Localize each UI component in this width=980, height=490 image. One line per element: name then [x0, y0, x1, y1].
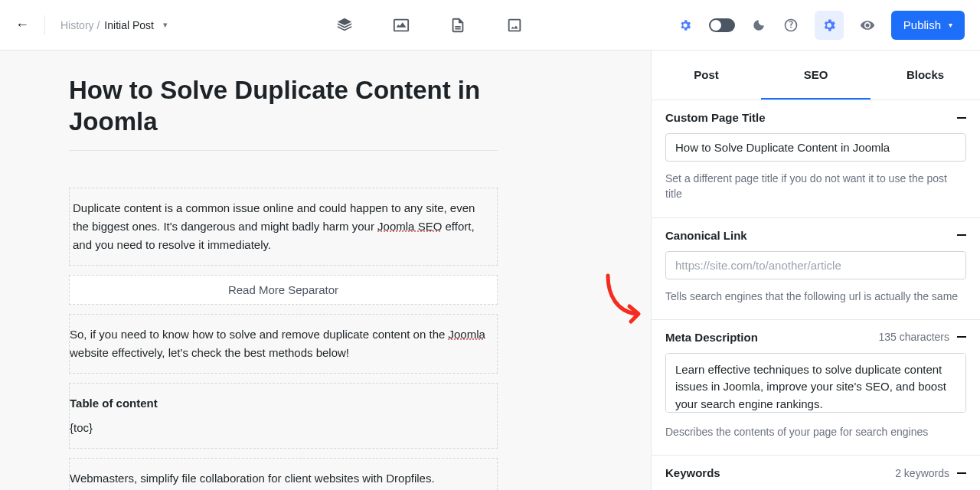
hint-text: Tells search engines that the following … — [665, 289, 966, 304]
keyword-count: 2 keywords — [895, 467, 949, 479]
breadcrumb-history: History / — [60, 19, 100, 31]
tab-seo[interactable]: SEO — [761, 51, 871, 100]
section-label: Canonical Link — [665, 229, 747, 242]
section-label: Keywords — [665, 466, 720, 479]
collapse-icon — [957, 336, 966, 338]
annotation-arrow-icon — [602, 273, 645, 328]
hint-text: Describes the contents of your page for … — [665, 424, 966, 439]
topbar: ← History / Initial Post ▾ — [0, 0, 980, 51]
section-custom-title: Custom Page Title Set a different page t… — [652, 100, 980, 218]
layers-icon[interactable] — [336, 17, 353, 34]
section-canonical: Canonical Link Tells search engines that… — [652, 218, 980, 320]
settings-small-icon[interactable] — [677, 17, 694, 34]
section-label: Meta Description — [665, 331, 758, 344]
help-icon[interactable] — [782, 17, 799, 34]
breadcrumb-current: Initial Post — [104, 19, 154, 31]
read-more-separator[interactable]: Read More Separator — [69, 275, 498, 305]
chevron-down-icon: ▾ — [949, 21, 952, 29]
paragraph-block[interactable]: Duplicate content is a common issue onli… — [69, 188, 498, 266]
tabs: Post SEO Blocks — [652, 51, 980, 100]
toc-heading: Table of content — [70, 394, 497, 413]
side-panel: Post SEO Blocks Custom Page Title Set a … — [651, 51, 980, 490]
document-icon[interactable] — [449, 17, 466, 34]
paragraph-block[interactable]: So, if you need to know how to solve and… — [69, 314, 498, 374]
canonical-input[interactable] — [665, 251, 966, 279]
preview-icon[interactable] — [859, 17, 876, 34]
hint-text: Set a different page title if you do not… — [665, 171, 966, 202]
section-header[interactable]: Canonical Link — [665, 229, 966, 242]
publish-label: Publish — [903, 18, 941, 31]
publish-button[interactable]: Publish ▾ — [891, 11, 965, 40]
toc-block[interactable]: Table of content {toc} — [69, 383, 498, 449]
tab-blocks[interactable]: Blocks — [871, 51, 980, 100]
dark-mode-toggle[interactable] — [709, 18, 735, 32]
collapse-icon — [957, 117, 966, 119]
section-keywords: Keywords 2 keywords — [652, 456, 980, 490]
image-icon[interactable] — [393, 17, 410, 34]
back-arrow-icon[interactable]: ← — [15, 17, 29, 33]
section-header[interactable]: Meta Description 135 characters — [665, 331, 966, 344]
section-header[interactable]: Keywords 2 keywords — [665, 466, 966, 479]
joomla-link[interactable]: Joomla — [448, 328, 485, 341]
toc-marker: {toc} — [70, 419, 497, 437]
post-title[interactable]: How to Solve Duplicate Content in Joomla — [69, 75, 498, 151]
divider — [44, 15, 45, 35]
chevron-down-icon: ▾ — [163, 20, 168, 30]
collapse-icon — [957, 472, 966, 474]
seo-link[interactable]: Joomla SEO — [377, 220, 442, 233]
editor-area: How to Solve Duplicate Content in Joomla… — [0, 51, 651, 490]
settings-panel-toggle[interactable] — [815, 11, 844, 40]
section-label: Custom Page Title — [665, 111, 766, 124]
section-meta-description: Meta Description 135 characters Describe… — [652, 320, 980, 456]
breadcrumb[interactable]: History / Initial Post ▾ — [60, 19, 168, 31]
picture-icon[interactable] — [506, 17, 523, 34]
moon-icon[interactable] — [750, 17, 767, 34]
section-header[interactable]: Custom Page Title — [665, 111, 966, 124]
custom-title-input[interactable] — [665, 133, 966, 162]
tab-post[interactable]: Post — [652, 51, 761, 100]
paragraph-block[interactable]: Webmasters, simplify file collaboration … — [69, 458, 498, 490]
collapse-icon — [957, 234, 966, 236]
char-count: 135 characters — [878, 331, 949, 343]
meta-description-input[interactable] — [665, 353, 966, 413]
